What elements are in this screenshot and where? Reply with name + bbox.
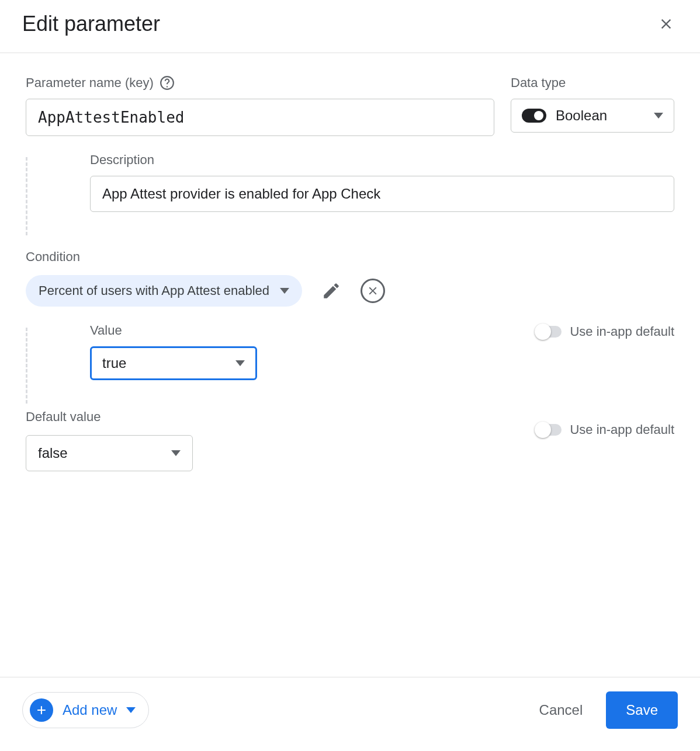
description-input[interactable] xyxy=(90,176,674,212)
tree-connector xyxy=(26,328,27,404)
condition-use-default-label: Use in-app default xyxy=(570,324,674,339)
condition-chip[interactable]: Percent of users with App Attest enabled xyxy=(26,275,302,307)
boolean-type-icon xyxy=(522,109,546,123)
chevron-down-icon xyxy=(171,450,181,456)
help-icon[interactable] xyxy=(160,75,175,91)
tree-connector xyxy=(26,157,27,235)
condition-value-select[interactable]: true xyxy=(90,346,257,380)
default-value-label: Default value xyxy=(26,409,524,425)
chevron-down-icon xyxy=(235,360,245,366)
close-button[interactable] xyxy=(654,12,678,36)
plus-icon: + xyxy=(30,698,53,722)
dialog-content: Parameter name (key) Data type Boolean D… xyxy=(0,53,700,677)
description-label: Description xyxy=(90,152,674,168)
close-icon xyxy=(658,16,674,32)
close-icon xyxy=(366,284,379,297)
chevron-down-icon xyxy=(126,707,136,713)
condition-use-default-toggle[interactable] xyxy=(536,326,562,338)
chevron-down-icon xyxy=(280,288,289,294)
dialog-footer: + Add new Cancel Save xyxy=(0,677,700,751)
parameter-name-label: Parameter name (key) xyxy=(26,75,494,91)
parameter-name-input[interactable] xyxy=(26,99,494,136)
edit-condition-button[interactable] xyxy=(318,278,344,304)
condition-value-text: true xyxy=(102,355,226,371)
data-type-label: Data type xyxy=(511,75,674,91)
default-value-select[interactable]: false xyxy=(26,435,193,471)
data-type-select[interactable]: Boolean xyxy=(511,99,674,133)
default-use-default-toggle[interactable] xyxy=(536,424,562,436)
cancel-button[interactable]: Cancel xyxy=(535,695,588,725)
default-value-text: false xyxy=(38,445,162,461)
remove-condition-button[interactable] xyxy=(361,279,385,303)
data-type-value: Boolean xyxy=(556,107,644,124)
condition-value-label: Value xyxy=(90,323,524,338)
condition-section-label: Condition xyxy=(26,249,674,265)
dialog-header: Edit parameter xyxy=(0,0,700,53)
dialog-title: Edit parameter xyxy=(22,12,160,36)
condition-chip-label: Percent of users with App Attest enabled xyxy=(39,283,269,298)
save-button[interactable]: Save xyxy=(606,691,678,729)
default-use-default-label: Use in-app default xyxy=(570,422,674,437)
add-new-label: Add new xyxy=(63,702,117,718)
pencil-icon xyxy=(321,281,341,301)
chevron-down-icon xyxy=(654,113,663,119)
add-new-button[interactable]: + Add new xyxy=(22,692,149,728)
